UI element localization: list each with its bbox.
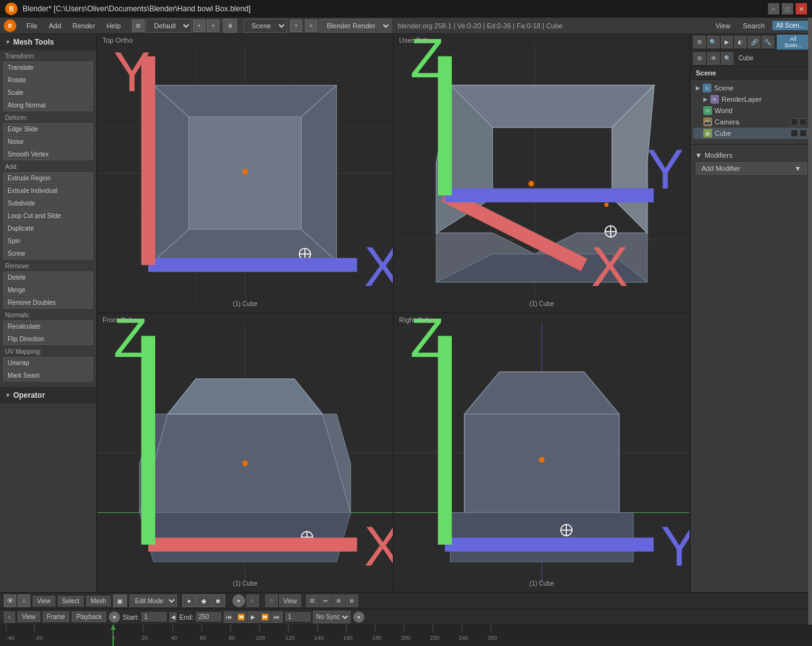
loop-cut-btn[interactable]: Loop Cut and Slide [3, 210, 93, 222]
layout-remove-icon[interactable]: × [207, 19, 219, 32]
scene-tree-title: Scene [691, 67, 812, 80]
layout-add-icon[interactable]: + [193, 19, 206, 32]
prev-key-btn[interactable]: ⏪ [236, 611, 247, 623]
viewport-user-ortho[interactable]: User Ortho [394, 34, 689, 312]
scene-add-icon[interactable]: + [290, 19, 302, 32]
edge-slide-btn[interactable]: Edge Slide [3, 123, 93, 135]
shading-buttons: ● ○ [233, 594, 259, 607]
vertex-select-btn[interactable]: ● [182, 594, 196, 607]
scene-remove-icon[interactable]: × [305, 19, 317, 32]
play-btn[interactable]: ▶ [248, 611, 259, 623]
duplicate-btn[interactable]: Duplicate [3, 222, 93, 234]
menu-file[interactable]: File [21, 21, 43, 31]
mesh-menu-btn[interactable]: Mesh [86, 596, 110, 606]
rt-btn-6[interactable]: 🔧 [762, 36, 774, 48]
info-text: blender.org 258.1 | Ve:0-20 | Ed:0-36 | … [398, 22, 562, 30]
timeline-ruler[interactable]: -40 -20 0 20 40 60 80 100 120 140 160 18… [0, 625, 812, 646]
modifiers-title: ▼ Modifiers [693, 150, 809, 161]
select-menu-btn[interactable]: Select [58, 596, 84, 606]
mirror-btn[interactable]: ⇔ [319, 594, 332, 607]
skip-start-btn[interactable]: ⏮ [224, 611, 235, 623]
viewport-front-ortho[interactable]: Front Ortho [97, 314, 393, 592]
playback-btn[interactable]: Playback [72, 611, 106, 622]
start-frame-input[interactable]: 1 [141, 612, 167, 621]
search-btn[interactable]: Search [738, 21, 770, 31]
delete-btn[interactable]: Delete [3, 271, 93, 283]
menu-help[interactable]: Help [101, 21, 126, 31]
minimize-button[interactable]: − [768, 3, 779, 14]
deform-header: Deform: [0, 112, 96, 123]
noise-btn[interactable]: Noise [3, 136, 93, 148]
rt-btn-4[interactable]: ◐ [734, 36, 747, 48]
front-cube-label: (1) Cube [233, 580, 258, 587]
rt-btn-1[interactable]: ⚙ [693, 36, 706, 48]
orientation-btn[interactable]: ⊗ [346, 594, 358, 607]
proportional-btn[interactable]: ○ [265, 594, 278, 607]
tree-item-scene[interactable]: ▶ S Scene [693, 82, 809, 94]
edge-select-btn[interactable]: ◆ [197, 594, 211, 607]
menu-render[interactable]: Render [67, 21, 100, 31]
mode-select[interactable]: Edit Mode [129, 594, 177, 607]
frame-btn[interactable]: Frame [43, 611, 70, 622]
scene-select[interactable]: Scene [243, 19, 287, 33]
snap-btn[interactable]: ⊞ [306, 594, 319, 607]
unwrap-btn[interactable]: Unwrap [3, 357, 93, 369]
spin-btn[interactable]: Spin [3, 235, 93, 247]
sync-select[interactable]: No Sync [313, 611, 351, 623]
rt-btn-3[interactable]: ▶ [721, 36, 733, 48]
right-axis-indicator: Y Z [402, 314, 689, 579]
tree-item-renderlayer[interactable]: ▶ R RenderLayer [693, 94, 809, 105]
translate-btn[interactable]: Translate [3, 62, 93, 74]
view-menu-btn[interactable]: View [33, 596, 55, 606]
end-frame-input[interactable]: 250 [196, 612, 221, 621]
viewport-right-ortho[interactable]: Right Ortho [394, 314, 689, 592]
view-btn[interactable]: View [710, 21, 735, 31]
screw-btn[interactable]: Screw [3, 248, 93, 260]
subdivide-btn[interactable]: Subdivide [3, 197, 93, 209]
rt-btn-5[interactable]: 🔗 [748, 36, 760, 48]
tree-item-world[interactable]: W World [693, 105, 809, 116]
solid-shading-btn[interactable]: ● [233, 594, 245, 607]
view-bottom-btn[interactable]: View [279, 594, 302, 607]
remove-doubles-btn[interactable]: Remove Doubles [3, 297, 93, 309]
extrude-individual-btn[interactable]: Extrude Individual [3, 185, 93, 197]
skip-end-btn[interactable]: ⏭ [272, 611, 283, 623]
render-engine-select[interactable]: Blender Render [319, 19, 392, 33]
flip-direction-btn[interactable]: Flip Direction [3, 333, 93, 345]
all-scenes-right-btn[interactable]: All Scen... [777, 35, 809, 50]
face-select-btn[interactable]: ■ [211, 594, 225, 607]
right-toolbar-2: ⚙ 👁 🔍 Cube [691, 50, 812, 67]
menu-add[interactable]: Add [44, 21, 67, 31]
view-timeline-btn[interactable]: View [18, 611, 40, 622]
tree-item-camera[interactable]: 📷 Camera [693, 116, 809, 128]
wireframe-btn[interactable]: ○ [246, 594, 259, 607]
extrude-region-btn[interactable]: Extrude Region [3, 172, 93, 184]
layout-select[interactable]: Default [146, 19, 192, 33]
rt2-btn-2[interactable]: 👁 [707, 52, 720, 65]
top-axis-indicator: X Y [105, 34, 393, 300]
close-button[interactable]: ✕ [796, 3, 807, 14]
next-key-btn[interactable]: ⏩ [260, 611, 271, 623]
current-frame-input[interactable]: 1 [285, 612, 310, 621]
mark-seam-btn[interactable]: Mark Seam [3, 370, 93, 381]
viewport-top-ortho[interactable]: Top Ortho [97, 34, 393, 312]
add-modifier-btn[interactable]: Add Modifier ▼ [696, 162, 807, 175]
right-ortho-label: Right Ortho [399, 316, 434, 324]
tree-item-cube[interactable]: ▣ Cube [693, 128, 809, 139]
smooth-vertex-btn[interactable]: Smooth Vertex [3, 148, 93, 160]
maximize-button[interactable]: □ [782, 3, 793, 14]
record-btn[interactable]: ● [353, 611, 365, 623]
all-scenes-btn[interactable]: All Scen... [772, 21, 808, 30]
bottom-left-controls: 👁 ○ [4, 594, 30, 607]
scale-btn[interactable]: Scale [3, 87, 93, 99]
pivot-btn[interactable]: ⊕ [332, 594, 345, 607]
rotate-btn[interactable]: Rotate [3, 74, 93, 86]
cube-name: Cube [715, 129, 731, 137]
along-normal-btn[interactable]: Along Normal [3, 99, 93, 111]
recalculate-btn[interactable]: Recalculate [3, 320, 93, 332]
rt2-btn-3[interactable]: 🔍 [721, 52, 733, 65]
merge-btn[interactable]: Merge [3, 284, 93, 296]
rt2-btn-1[interactable]: ⚙ [693, 52, 706, 65]
prev-frame-btn[interactable]: ◀ [169, 612, 177, 622]
rt-btn-2[interactable]: 🔍 [707, 36, 720, 48]
